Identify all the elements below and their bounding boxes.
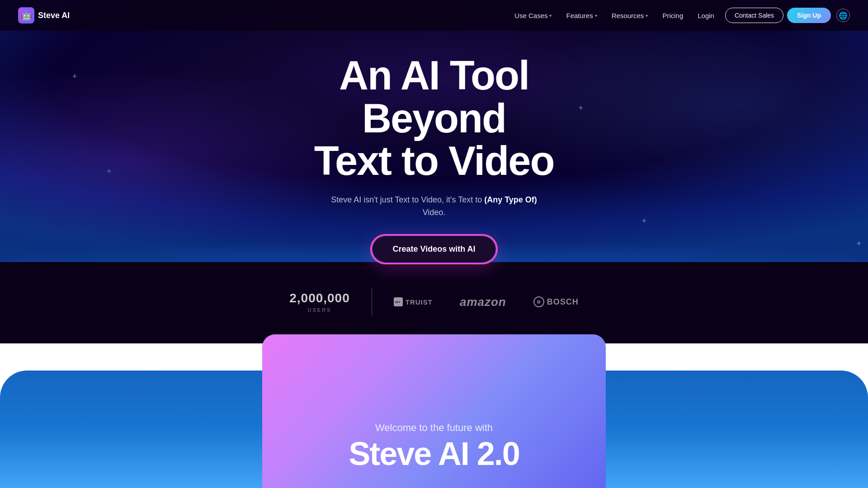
users-label: USERS (289, 307, 350, 313)
brands-area: H+ TRUIST amazon ⚙ BOSCH (372, 295, 600, 309)
truist-icon: H+ (394, 297, 403, 306)
chevron-down-icon: ▾ (646, 13, 648, 18)
chevron-down-icon: ▾ (595, 13, 597, 18)
contact-sales-button[interactable]: Contact Sales (725, 8, 783, 23)
nav-use-cases[interactable]: Use Cases ▾ (509, 8, 557, 23)
navbar: 🤖 Steve AI Use Cases ▾ Features ▾ Resour… (0, 0, 868, 31)
nav-resources[interactable]: Resources ▾ (606, 8, 654, 23)
hero-subtitle: Steve AI isn't just Text to Video, it's … (321, 193, 547, 220)
users-count: 2,000,000 (289, 291, 350, 305)
users-stat: 2,000,000 USERS (268, 291, 372, 313)
sign-up-button[interactable]: Sign Up (787, 8, 831, 23)
nav-pricing[interactable]: Pricing (657, 8, 689, 23)
truist-logo: H+ TRUIST (394, 297, 433, 306)
logo-link[interactable]: 🤖 Steve AI (18, 7, 70, 23)
hero-title: An AI Tool Beyond Text to Video (276, 54, 592, 183)
bosch-circle-icon: ⚙ (533, 296, 544, 307)
logo-text: Steve AI (38, 11, 70, 20)
create-videos-button[interactable]: Create Videos with AI (372, 235, 496, 263)
card-content: Welcome to the future with Steve AI 2.0 (330, 422, 538, 479)
card-welcome-text: Welcome to the future with (349, 422, 519, 434)
chevron-down-icon: ▾ (549, 13, 552, 18)
stats-bar: 2,000,000 USERS H+ TRUIST amazon ⚙ BOSCH (0, 288, 868, 315)
nav-features[interactable]: Features ▾ (561, 8, 602, 23)
nav-links: Use Cases ▾ Features ▾ Resources ▾ Prici… (509, 8, 720, 23)
nav-login[interactable]: Login (692, 8, 720, 23)
bosch-logo: ⚙ BOSCH (533, 296, 579, 307)
card-title: Steve AI 2.0 (349, 437, 519, 470)
hero-section: An AI Tool Beyond Text to Video Steve AI… (0, 0, 868, 263)
amazon-logo: amazon (460, 295, 506, 309)
language-globe-icon[interactable]: 🌐 (836, 9, 850, 22)
steve-ai-card: Welcome to the future with Steve AI 2.0 (262, 334, 606, 488)
logo-icon: 🤖 (18, 7, 34, 23)
